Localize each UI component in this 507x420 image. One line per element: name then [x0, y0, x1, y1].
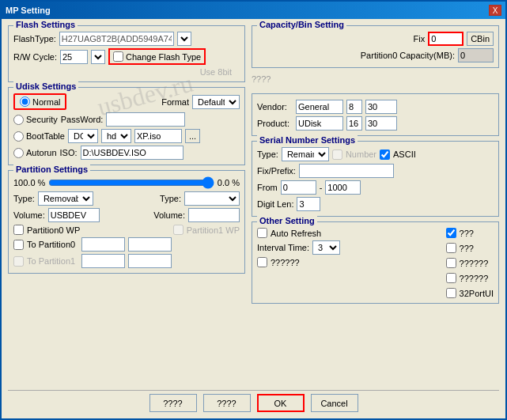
check5-row: 32PortUI	[446, 288, 494, 298]
window-title: MP Setting	[6, 6, 51, 15]
other-setting-group: Other Setting Auto Refresh Interval Time…	[252, 221, 499, 304]
rw-cycle-input[interactable]	[60, 50, 88, 64]
security-radio[interactable]	[13, 115, 24, 125]
partition-slider-row: 100.0 % 0.0 %	[13, 176, 240, 189]
from-end-input[interactable]	[325, 180, 361, 195]
type1-select[interactable]: Removable	[38, 191, 93, 206]
rw-cycle-select[interactable]	[91, 50, 105, 64]
flash-type-select[interactable]	[177, 32, 191, 46]
to-partition1-check[interactable]	[13, 256, 24, 267]
auto-refresh-label: Auto Refresh	[271, 229, 321, 238]
flash-type-input[interactable]	[59, 32, 174, 46]
volume2-input[interactable]	[188, 208, 240, 222]
interval-select[interactable]: 3	[312, 240, 340, 255]
check5-label: 32PortUI	[460, 289, 494, 298]
boottable-row: BootTable DOS hdd ...	[13, 129, 240, 143]
number-label: Number	[346, 149, 376, 159]
question-area: ????	[252, 73, 499, 85]
normal-label: Normal	[20, 96, 60, 107]
other-setting-inner: Auto Refresh Interval Time: 3 ??????	[257, 225, 494, 298]
serial-type-row: Type: Remain Number ASCII	[257, 147, 494, 161]
partition1-wp-check[interactable]	[173, 225, 184, 235]
fix-prefix-input[interactable]	[299, 164, 394, 178]
check2-label: ???	[460, 244, 474, 253]
btn2-button[interactable]: ????	[203, 394, 251, 412]
from-row: From -	[257, 180, 494, 195]
security-text: Security	[26, 115, 58, 124]
partition1-wp-label: Partition1 WP	[187, 225, 240, 235]
vendor-right-input[interactable]	[365, 100, 397, 114]
check1-row: ???	[446, 228, 494, 238]
to-partition0-label: To Partition0	[27, 240, 75, 249]
to-partition0-input2[interactable]	[128, 237, 172, 252]
digit-len-label: Digit Len:	[257, 199, 293, 209]
normal-radio[interactable]	[20, 96, 30, 107]
format-select[interactable]: Default	[192, 95, 240, 109]
fix-prefix-row: Fix/Prefix:	[257, 164, 494, 178]
browse-button[interactable]: ...	[185, 129, 200, 143]
to-partition1-label: To Partition1	[27, 256, 75, 266]
to-partition1-input1[interactable]	[81, 254, 125, 268]
fix-input[interactable]	[428, 32, 463, 46]
volume1-input[interactable]	[48, 208, 100, 222]
percent-right: 0.0 %	[218, 178, 240, 187]
product-num-input[interactable]	[346, 116, 362, 131]
other-setting-right: ??? ??? ??????	[446, 225, 494, 298]
udisk-settings-title: Udisk Settings	[13, 81, 78, 91]
vendor-input[interactable]	[296, 100, 343, 114]
ascii-check[interactable]	[380, 149, 390, 160]
check3-label: ??????	[460, 259, 489, 268]
capacity-group: Capacity/Bin Setting Fix CBin Partition0…	[252, 25, 499, 68]
product-input[interactable]	[296, 116, 343, 131]
cancel-button[interactable]: Cancel	[311, 394, 358, 412]
to-partition0-check[interactable]	[13, 240, 24, 250]
to-partition-row: To Partition0	[13, 237, 240, 252]
hdd-select[interactable]: hdd	[101, 129, 131, 143]
interval-label: Interval Time:	[257, 243, 309, 252]
password-input[interactable]	[106, 112, 185, 127]
partition0-capacity-input[interactable]	[458, 48, 494, 62]
left-panel: Flash Settings FlashType: R/W Cycle: Cha…	[8, 25, 245, 385]
change-flash-checkbox[interactable]	[113, 51, 123, 62]
autorun-text: Autorun	[26, 148, 57, 157]
partition-settings-title: Partition Settings	[13, 165, 90, 174]
ascii-label: ASCII	[393, 149, 416, 159]
check4[interactable]	[446, 273, 456, 283]
flash-settings-title: Flash Settings	[13, 20, 78, 29]
from-input[interactable]	[281, 180, 316, 195]
check2[interactable]	[446, 243, 456, 253]
use-bit-label: Use 8bit	[200, 67, 232, 77]
partition0-wp-check[interactable]	[13, 225, 24, 235]
vendor-label: Vendor:	[257, 102, 293, 112]
iso-label: ISO:	[60, 148, 78, 157]
dos-select[interactable]: DOS	[68, 129, 98, 143]
xp-iso-input[interactable]	[134, 129, 182, 143]
auto-refresh-check[interactable]	[257, 228, 267, 238]
digit-len-input[interactable]	[297, 197, 320, 211]
check5[interactable]	[446, 288, 456, 298]
btn1-button[interactable]: ????	[149, 394, 197, 412]
to-partition0-input1[interactable]	[81, 237, 125, 252]
autorun-label: Autorun	[13, 148, 57, 158]
vendor-num-input[interactable]	[346, 100, 362, 114]
question-check[interactable]	[257, 257, 267, 267]
to-partition1-row: To Partition1	[13, 254, 240, 268]
number-check[interactable]	[332, 149, 342, 160]
fix-prefix-label: Fix/Prefix:	[257, 166, 296, 176]
partition-wp-row: Partition0 WP Partition1 WP	[13, 225, 240, 235]
serial-type-select[interactable]: Remain	[282, 147, 329, 161]
check1[interactable]	[446, 228, 456, 238]
partition-slider[interactable]	[48, 176, 214, 189]
check3[interactable]	[446, 258, 456, 268]
close-button[interactable]: X	[489, 5, 501, 16]
type2-select[interactable]	[184, 191, 240, 206]
to-partition1-input2[interactable]	[128, 254, 172, 268]
boottable-radio[interactable]	[13, 131, 24, 142]
ok-button[interactable]: OK	[257, 394, 305, 412]
partition-settings-group: Partition Settings 100.0 % 0.0 % Type: R…	[8, 170, 245, 274]
autorun-radio[interactable]	[13, 148, 24, 158]
product-right-input[interactable]	[365, 116, 397, 131]
iso-input[interactable]	[81, 146, 184, 160]
cbin-button[interactable]: CBin	[467, 32, 494, 46]
main-area: Flash Settings FlashType: R/W Cycle: Cha…	[8, 25, 499, 385]
